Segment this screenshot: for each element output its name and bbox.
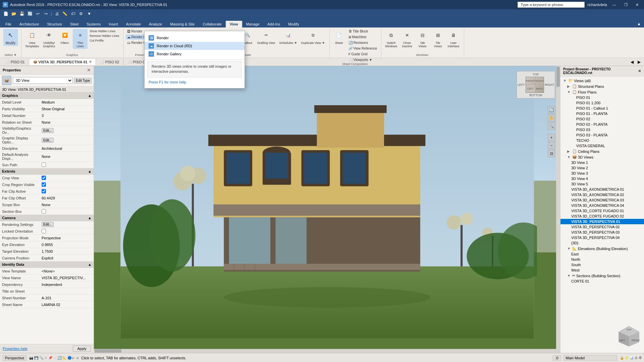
filters-button[interactable]: 🔽 Filters bbox=[57, 29, 72, 46]
ribbon-collapse-btn[interactable]: ▲ bbox=[635, 20, 643, 27]
3d-view-3-item[interactable]: 3D View 3 bbox=[560, 171, 644, 176]
tab-views-button[interactable]: ⊟ TabViews bbox=[415, 29, 430, 49]
crop-region-checkbox[interactable] bbox=[42, 182, 46, 187]
undo-button[interactable]: ↩ bbox=[34, 10, 42, 17]
sections-item[interactable]: ▼ ✂ Sections (Building Section) bbox=[560, 273, 644, 279]
tab-modify[interactable]: Modify bbox=[284, 21, 303, 27]
ceiling-plans-item[interactable]: ▶ 📋 Ceiling Plans bbox=[560, 148, 644, 154]
section-box-checkbox[interactable] bbox=[42, 209, 46, 214]
close-tab-icon[interactable]: ✕ bbox=[89, 60, 92, 64]
tab-addins[interactable]: Add-Ins bbox=[263, 21, 284, 27]
render-menu-item[interactable]: 🖼 Render bbox=[145, 34, 245, 42]
graphics-section-header[interactable]: Graphics ▲ bbox=[0, 93, 94, 99]
extents-section-header[interactable]: Extents ▲ bbox=[0, 168, 94, 175]
piso01-planta-item[interactable]: PISO 01 - PLANTA bbox=[560, 111, 644, 116]
east-item[interactable]: East bbox=[560, 251, 644, 257]
graphic-display-edit-btn[interactable]: Edit... bbox=[42, 138, 54, 143]
vista-general-item[interactable]: VISTA GENERAL bbox=[560, 143, 644, 148]
view-templates-button[interactable]: 📋 ViewTemplates bbox=[23, 29, 41, 49]
zoom-out-button[interactable]: − bbox=[548, 142, 555, 149]
3d-view-4-item[interactable]: 3D View 4 bbox=[560, 176, 644, 181]
elevations-item[interactable]: ▼ 📐 Elevations (Building Elevation) bbox=[560, 246, 644, 251]
search-box[interactable]: Type a keyword or phrase bbox=[518, 2, 585, 8]
rendering-settings-btn[interactable]: Edit... bbox=[42, 222, 54, 227]
open-button[interactable]: 📂 bbox=[10, 10, 17, 17]
show-hidden-lines-button[interactable]: Show Hidden Lines bbox=[88, 29, 121, 34]
tab-structure[interactable]: Structure bbox=[43, 21, 66, 27]
minimize-button[interactable]: — bbox=[610, 2, 619, 7]
tile-views-button[interactable]: ⊞ TileViews bbox=[431, 29, 445, 49]
west-item[interactable]: West bbox=[560, 267, 644, 273]
thin-lines-button[interactable]: ≡ ThinLines bbox=[73, 29, 88, 49]
tag-button[interactable]: 🏷 bbox=[69, 10, 77, 17]
piso03-planta-item[interactable]: PISO 03 - PLANTA bbox=[560, 132, 644, 138]
arrow-down-button[interactable]: ▼ bbox=[86, 10, 93, 17]
south-item[interactable]: South bbox=[560, 262, 644, 267]
redo-button[interactable]: ↪ bbox=[42, 10, 50, 17]
tab-steel[interactable]: Steel bbox=[66, 21, 83, 27]
duplicate-view-button[interactable]: ⧉ Duplicate View ▼ bbox=[300, 29, 327, 46]
tab-manage[interactable]: Manage bbox=[242, 21, 264, 27]
tab-collaborate[interactable]: Collaborate bbox=[199, 21, 225, 27]
restore-button[interactable]: ❐ bbox=[622, 2, 630, 8]
title-block-button[interactable]: 🖺 Title Block bbox=[347, 29, 378, 34]
viewports-button[interactable]: ⬜ Viewports ▼ bbox=[347, 57, 378, 62]
floor-plans-item[interactable]: ▼ 📋 Floor Plans bbox=[560, 89, 644, 95]
properties-close-button[interactable]: ✕ bbox=[87, 67, 91, 73]
view-cube[interactable]: FRONT RIGHT LEFT BACK bbox=[526, 77, 544, 93]
orbit-button[interactable]: 🔄 bbox=[548, 106, 555, 114]
corte-fugado-02-item[interactable]: VISTA 3D_CORTE FUGADO 02 bbox=[560, 214, 644, 219]
tab-massing[interactable]: Massing & Site bbox=[166, 21, 199, 27]
axono-04-item[interactable]: VISTA 3D_AXONOMETRICA 04 bbox=[560, 203, 644, 208]
zoom-button[interactable]: 🔍 bbox=[548, 122, 555, 130]
fit-button[interactable]: ⊡ bbox=[548, 150, 555, 157]
3d-default-item[interactable]: {3D} bbox=[560, 240, 644, 246]
browser-close-button[interactable]: ✕ bbox=[638, 69, 641, 73]
new-button[interactable]: 📄 bbox=[2, 10, 9, 17]
apply-button[interactable]: Apply bbox=[73, 346, 91, 352]
view-tabs-scroll-left[interactable]: ◀ bbox=[629, 59, 636, 65]
3d-view-5-item[interactable]: 3D View 5 bbox=[560, 181, 644, 187]
guide-grid-button[interactable]: # Guide Grid bbox=[347, 52, 378, 57]
3d-view-2-item[interactable]: 3D View 2 bbox=[560, 165, 644, 171]
locked-orientation-checkbox[interactable] bbox=[42, 229, 46, 233]
view-tab-vista3d[interactable]: 📦 VISTA 3D_PERSPECTIVA 01 ✕ bbox=[29, 59, 96, 65]
render-cloud-menu-item[interactable]: ☁ Render in Cloud (RD) bbox=[145, 42, 245, 50]
3d-view-1-item[interactable]: 3D View 1 bbox=[560, 160, 644, 165]
corte-fugado-01-item[interactable]: VISTA 3D_CORTE FUGADO 01 bbox=[560, 208, 644, 214]
save-button[interactable]: 💾 bbox=[18, 10, 25, 17]
user-interface-button[interactable]: 🖥 UserInterface bbox=[446, 29, 461, 49]
tab-annotate[interactable]: Annotate bbox=[122, 21, 145, 27]
close-button[interactable]: ✕ bbox=[633, 2, 641, 8]
settings-button[interactable]: ⚙ bbox=[77, 10, 85, 17]
tooltip-help[interactable]: Press F1 for more help bbox=[145, 79, 245, 85]
view-tabs-scroll-right[interactable]: ▶ bbox=[636, 59, 643, 65]
view-tab-piso02[interactable]: ⬜ PISO 02 bbox=[96, 59, 124, 65]
close-inactive-button[interactable]: ✕ CloseInactive bbox=[400, 29, 415, 49]
axono-02-item[interactable]: VISTA 3D_AXONOMETRICA 02 bbox=[560, 192, 644, 197]
structural-plans-item[interactable]: ▶ 📋 Structural Plans bbox=[560, 83, 644, 89]
tab-architecture[interactable]: Architecture bbox=[15, 21, 43, 27]
sun-path-checkbox[interactable] bbox=[42, 163, 46, 167]
vertical-scrollbar[interactable] bbox=[556, 66, 560, 353]
matchline-button[interactable]: ⊞ Matchline bbox=[347, 35, 378, 40]
drafting-view-button[interactable]: ✏ Drafting View bbox=[256, 29, 277, 46]
browser-root[interactable]: ▼ 📁 Views (all) bbox=[560, 78, 644, 83]
piso02-browser-item[interactable]: PISO 02 bbox=[560, 116, 644, 122]
revisions-button[interactable]: 🔄 Revisions bbox=[347, 40, 378, 45]
horizontal-scrollbar-thumb[interactable] bbox=[95, 349, 121, 353]
horizontal-scrollbar[interactable] bbox=[94, 349, 556, 353]
crop-view-checkbox[interactable] bbox=[42, 176, 46, 180]
tab-file[interactable]: File bbox=[1, 21, 15, 27]
pan-button[interactable]: ✋ bbox=[548, 114, 555, 122]
sync-button[interactable]: 🔄 bbox=[26, 10, 34, 17]
perspectiva-03-item[interactable]: VISTA 3D_PERSPECTIVA 03 bbox=[560, 230, 644, 235]
piso02-planta-item[interactable]: PISO 02 - PLANTA bbox=[560, 122, 644, 127]
edit-type-button[interactable]: Edit Type bbox=[74, 78, 92, 83]
piso03-item[interactable]: PISO 03 bbox=[560, 127, 644, 132]
visibility-graphics-button[interactable]: 👁 Visibility/Graphics bbox=[41, 29, 57, 49]
print-button[interactable]: 🖨 bbox=[53, 10, 61, 17]
tab-analyze[interactable]: Analyze bbox=[145, 21, 166, 27]
north-item[interactable]: North bbox=[560, 257, 644, 262]
measure-button[interactable]: 📏 bbox=[61, 10, 69, 17]
